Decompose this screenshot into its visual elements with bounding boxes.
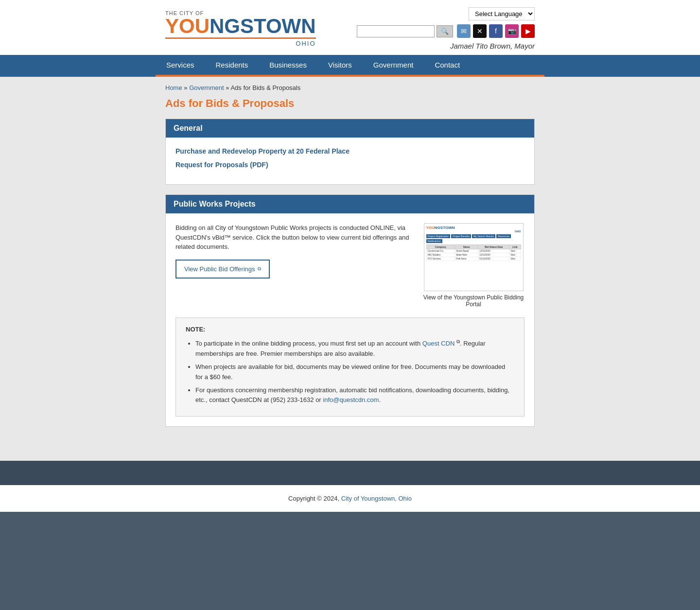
page-wrapper: THE CITY OF YOUNGSTOWN OHIO Select Langu… — [0, 0, 700, 512]
table-cell: 12/01/2024 — [478, 249, 509, 253]
general-link-1[interactable]: Purchase and Redevelop Property at 20 Fe… — [175, 147, 525, 155]
logo-area: THE CITY OF YOUNGSTOWN OHIO — [165, 10, 316, 47]
logo-ohio: OHIO — [165, 40, 316, 47]
note-list: To participate in the online bidding pro… — [186, 338, 514, 405]
breadcrumb-current: Ads for Bids & Proposals — [230, 84, 300, 91]
portal-image-area: YOUNGSTOWN OHIO Project Registration Pro… — [422, 223, 525, 308]
language-dropdown[interactable]: Select Language Spanish French German Ch… — [469, 7, 535, 20]
city-link[interactable]: City of Youngstown, Ohio — [341, 495, 412, 502]
search-input[interactable] — [357, 25, 435, 37]
logo-youngstown: YOUNGSTOWN — [165, 16, 316, 36]
youtube-icon[interactable]: ▶ — [521, 24, 535, 38]
portal-image: YOUNGSTOWN OHIO Project Registration Pro… — [424, 223, 524, 291]
breadcrumb-government[interactable]: Government — [189, 84, 224, 91]
logo-ngstown: NGSTOWN — [210, 15, 316, 37]
content-outer: Home » Government » Ads for Bids & Propo… — [0, 77, 700, 461]
table-cell: View — [509, 249, 521, 253]
bid-button-label: View Public Bid Offerings — [184, 265, 255, 273]
portal-col-link: Link — [509, 245, 521, 249]
public-works-text: Bidding on all City of Youngstown Public… — [175, 223, 413, 279]
instagram-icon[interactable]: 📷 — [505, 24, 519, 38]
nav-businesses[interactable]: Businesses — [259, 55, 317, 75]
search-form: 🔍 — [357, 25, 453, 37]
page-title: Ads for Bids & Proposals — [165, 97, 535, 110]
external-link-icon-2: ⧉ — [456, 339, 460, 344]
portal-sim-you: YOU — [426, 226, 435, 230]
header-right: Select Language Spanish French German Ch… — [357, 7, 535, 50]
table-cell: Park Reno — [455, 257, 478, 261]
public-works-section-body: Bidding on all City of Youngstown Public… — [166, 213, 534, 426]
nav-contact[interactable]: Contact — [424, 55, 471, 75]
note-box: NOTE: To participate in the online biddi… — [175, 317, 525, 417]
search-button[interactable]: 🔍 — [437, 25, 453, 37]
breadcrumb-sep1: » — [184, 84, 189, 91]
portal-nav-3: My Search Results — [472, 234, 495, 238]
public-works-section-header: Public Works Projects — [166, 195, 534, 213]
portal-sim-ngstown: NGSTOWN — [435, 226, 455, 230]
portal-nav-5: Notifications — [426, 239, 442, 243]
portal-nav-2: Project Benefits — [451, 234, 471, 238]
portal-sim-ohio: OHIO — [426, 230, 521, 233]
table-cell: View — [509, 253, 521, 257]
table-cell: View — [509, 257, 521, 261]
breadcrumb-home[interactable]: Home — [165, 84, 182, 91]
copyright-text: Copyright © 2024, — [288, 495, 339, 502]
portal-sim-table: Company Name Bid Status Date Link — [426, 244, 521, 261]
nav-inner: Services Residents Businesses Visitors G… — [156, 55, 544, 75]
portal-col-date: Bid Status Date — [478, 245, 509, 249]
breadcrumb: Home » Government » Ads for Bids & Propo… — [165, 84, 535, 91]
logo-you: YOU — [165, 15, 210, 37]
facebook-icon[interactable]: f — [489, 24, 503, 38]
table-cell: 01/10/2025 — [478, 257, 509, 261]
twitter-icon[interactable]: ✕ — [473, 24, 487, 38]
public-works-content: Bidding on all City of Youngstown Public… — [175, 223, 525, 308]
table-cell: Street Repair — [455, 249, 478, 253]
header-inner: THE CITY OF YOUNGSTOWN OHIO Select Langu… — [156, 0, 544, 55]
portal-nav-1: Project Registration — [426, 234, 451, 238]
social-icons: ✉ ✕ f 📷 ▶ — [457, 24, 535, 38]
external-link-icon: ⧉ — [258, 266, 261, 272]
email-link[interactable]: info@questcdn.com — [323, 396, 379, 403]
footer-copy-inner: Copyright © 2024, City of Youngstown, Oh… — [156, 495, 544, 502]
footer-outer — [0, 461, 700, 485]
header-tools: 🔍 ✉ ✕ f 📷 ▶ — [357, 24, 535, 38]
logo-divider — [165, 37, 316, 39]
portal-nav-4: Resources — [496, 234, 511, 238]
general-link-2[interactable]: Request for Proposals (PDF) — [175, 161, 525, 169]
breadcrumb-sep2: » — [226, 84, 230, 91]
footer-inner — [156, 466, 544, 480]
language-select[interactable]: Select Language Spanish French German Ch… — [469, 7, 535, 20]
table-row: ABC Builders Water Main 12/15/2024 View — [426, 253, 521, 257]
table-cell: ABC Builders — [426, 253, 455, 257]
general-section-header: General — [166, 119, 534, 138]
portal-sim: YOUNGSTOWN OHIO Project Registration Pro… — [424, 224, 523, 291]
note-label: NOTE: — [186, 326, 514, 333]
table-row: Construction Co. Street Repair 12/01/202… — [426, 249, 521, 253]
portal-sim-logo: YOUNGSTOWN OHIO — [426, 226, 521, 233]
email-icon[interactable]: ✉ — [457, 24, 471, 38]
nav-outer: Services Residents Businesses Visitors G… — [0, 55, 700, 77]
nav-services[interactable]: Services — [156, 55, 205, 75]
nav-visitors[interactable]: Visitors — [317, 55, 363, 75]
table-cell: 12/15/2024 — [478, 253, 509, 257]
note-item-1: To participate in the online bidding pro… — [195, 338, 514, 359]
public-works-section: Public Works Projects Bidding on all Cit… — [165, 194, 535, 427]
footer-copy-outer: Copyright © 2024, City of Youngstown, Oh… — [0, 485, 700, 512]
view-bid-button[interactable]: View Public Bid Offerings ⧉ — [175, 260, 270, 279]
public-works-description: Bidding on all City of Youngstown Public… — [175, 223, 413, 252]
table-row: XYZ Services Park Reno 01/10/2025 View — [426, 257, 521, 261]
portal-col-company: Company — [426, 245, 455, 249]
general-section: General Purchase and Redevelop Property … — [165, 119, 535, 185]
note-item-3: For questions concerning membership regi… — [195, 385, 514, 406]
portal-sim-nav: Project Registration Project Benefits My… — [426, 234, 521, 243]
table-cell: Water Main — [455, 253, 478, 257]
nav-government[interactable]: Government — [363, 55, 424, 75]
nav-residents[interactable]: Residents — [205, 55, 259, 75]
questcdn-link[interactable]: Quest CDN — [422, 340, 455, 347]
mayor-text: Jamael Tito Brown, Mayor — [450, 42, 535, 50]
note-item-2: When projects are available for bid, doc… — [195, 362, 514, 383]
content-inner: Home » Government » Ads for Bids & Propo… — [156, 77, 544, 446]
general-section-body: Purchase and Redevelop Property at 20 Fe… — [166, 138, 534, 184]
table-cell: XYZ Services — [426, 257, 455, 261]
portal-col-name: Name — [455, 245, 478, 249]
